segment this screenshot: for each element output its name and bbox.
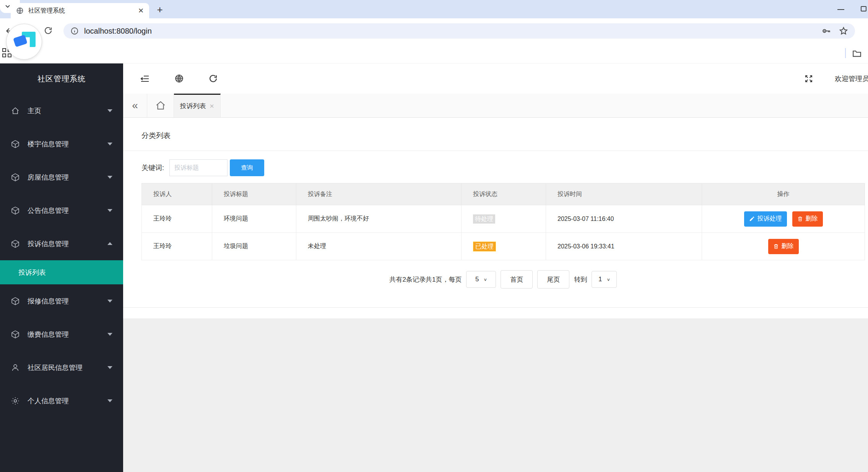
cell-complaint-title: 环境问题 [212, 205, 296, 233]
keyword-input[interactable] [169, 159, 228, 176]
cell-complaint-status: 待处理 [462, 205, 546, 233]
floating-assistant-ball[interactable] [6, 24, 42, 60]
table-body: 王玲玲环境问题周围太吵闹，环境不好待处理2025-03-07 11:16:40投… [142, 205, 865, 260]
cell-actions: 投诉处理删除 [702, 205, 865, 233]
close-tab-icon[interactable]: ✕ [210, 103, 215, 110]
sidebar-item-label: 个人信息管理 [28, 396, 69, 405]
address-bar[interactable]: localhost:8080/login [63, 23, 855, 39]
caret-down-icon [107, 399, 112, 402]
url-text[interactable]: localhost:8080/login [84, 27, 821, 36]
sidebar-item[interactable]: 社区居民信息管理 [0, 351, 123, 384]
scroll-tabs-left-icon[interactable]: « [123, 94, 147, 117]
delete-button[interactable]: 删除 [792, 211, 823, 227]
sidebar-item-label: 报修信息管理 [28, 297, 69, 306]
search-row: 关键词: 查询 [141, 159, 868, 176]
bookmarks-folder-icon[interactable] [852, 49, 862, 58]
sidebar-item[interactable]: 房屋信息管理 [0, 161, 123, 194]
window-maximize-button[interactable] [861, 6, 866, 11]
sidebar-item-label: 公告信息管理 [28, 206, 69, 215]
sidebar-item-label: 社区居民信息管理 [28, 363, 83, 372]
delete-button[interactable]: 删除 [768, 239, 799, 254]
chevron-down-icon: ∨ [606, 277, 610, 282]
sidebar-item[interactable]: 投诉信息管理 [0, 227, 123, 260]
caret-down-icon [107, 366, 112, 369]
complaint-table: 投诉人投诉标题投诉备注投诉状态投诉时间操作 王玲玲环境问题周围太吵闹，环境不好待… [141, 183, 865, 260]
panel-gap [123, 308, 868, 318]
column-header: 投诉时间 [546, 183, 702, 205]
cell-complaint-status: 已处理 [462, 233, 546, 260]
cube-icon [11, 139, 20, 149]
status-badge: 已处理 [473, 242, 496, 251]
column-header: 操作 [702, 183, 865, 205]
last-page-button[interactable]: 尾页 [537, 270, 569, 289]
new-tab-button[interactable]: + [154, 4, 165, 16]
fullscreen-icon[interactable] [804, 74, 813, 83]
sidebar-item-label: 投诉信息管理 [28, 239, 69, 248]
page-background [123, 318, 868, 472]
page-title: 分类列表 [123, 118, 868, 141]
app-body: 分类列表 关键词: 查询 投诉人投诉标题投诉备注投诉状态投诉时间操作 王玲玲环境 [123, 118, 868, 472]
password-key-icon[interactable] [821, 26, 831, 36]
favicon-globe-icon [16, 7, 24, 15]
home-tab-icon[interactable] [147, 94, 174, 117]
bookmark-star-icon[interactable] [839, 26, 848, 36]
window-minimize-button[interactable] [837, 9, 844, 10]
cube-icon [11, 330, 20, 339]
table-row: 王玲玲环境问题周围太吵闹，环境不好待处理2025-03-07 11:16:40投… [142, 205, 865, 233]
sidebar-item[interactable]: 报修信息管理 [0, 284, 123, 318]
browser-tab[interactable]: 社区管理系统 ✕ [11, 3, 149, 18]
cell-complaint-time: 2025-03-07 11:16:40 [546, 205, 702, 233]
goto-page-select[interactable]: 1 ∨ [592, 271, 617, 288]
sidebar-item[interactable]: 公告信息管理 [0, 194, 123, 227]
caret-down-icon [107, 175, 112, 179]
table-header-row: 投诉人投诉标题投诉备注投诉状态投诉时间操作 [142, 183, 865, 205]
sidebar-app-title: 社区管理系统 [0, 63, 123, 94]
goto-label: 转到 [574, 275, 587, 284]
browser-tab-title: 社区管理系统 [28, 7, 133, 15]
bookmarks-bar [0, 44, 868, 63]
first-page-button[interactable]: 首页 [501, 270, 533, 289]
reload-icon[interactable] [44, 26, 53, 35]
cell-complainant: 王玲玲 [142, 233, 212, 260]
column-header: 投诉状态 [462, 183, 546, 205]
refresh-icon[interactable] [208, 74, 218, 83]
bookmarks-separator [845, 48, 846, 58]
cube-icon [11, 206, 20, 215]
search-button[interactable]: 查询 [230, 159, 264, 176]
sidebar-item-label: 主页 [28, 106, 41, 115]
keyword-label: 关键词: [141, 163, 164, 172]
cube-icon [11, 173, 20, 182]
browser-toolbar: localhost:8080/login [0, 18, 868, 44]
page-size-select[interactable]: 5 ∨ [466, 271, 496, 288]
sidebar: 社区管理系统 主页楼宇信息管理房屋信息管理公告信息管理投诉信息管理投诉列表报修信… [0, 63, 123, 472]
sidebar-item-label: 房屋信息管理 [28, 173, 69, 182]
caret-down-icon [107, 299, 112, 303]
tab-complaint-list[interactable]: 投诉列表 ✕ [174, 94, 221, 117]
handle-complaint-button[interactable]: 投诉处理 [744, 211, 787, 227]
cube-icon [11, 239, 20, 248]
sidebar-subitem-complaint-list[interactable]: 投诉列表 [0, 260, 123, 284]
sidebar-item[interactable]: 主页 [0, 94, 123, 127]
tab-close-icon[interactable]: ✕ [138, 7, 144, 14]
caret-down-icon [107, 333, 112, 336]
cell-actions: 删除 [702, 233, 865, 260]
sidebar-menu: 主页楼宇信息管理房屋信息管理公告信息管理投诉信息管理投诉列表报修信息管理缴费信息… [0, 94, 123, 417]
language-globe-icon[interactable] [174, 74, 184, 83]
welcome-text: 欢迎管理员: [835, 74, 868, 83]
app-header: 欢迎管理员: [123, 63, 868, 94]
complaint-table-wrap: 投诉人投诉标题投诉备注投诉状态投诉时间操作 王玲玲环境问题周围太吵闹，环境不好待… [141, 183, 865, 260]
pagination-summary: 共有2条记录共1页，每页 [390, 275, 462, 284]
tab-search-chevron-icon[interactable] [5, 3, 11, 9]
sidebar-item[interactable]: 缴费信息管理 [0, 318, 123, 351]
sidebar-item[interactable]: 楼宇信息管理 [0, 127, 123, 161]
caret-up-icon [107, 242, 112, 245]
content-panel: 分类列表 关键词: 查询 投诉人投诉标题投诉备注投诉状态投诉时间操作 王玲玲环境 [123, 118, 868, 308]
collapse-sidebar-icon[interactable] [140, 74, 150, 84]
caret-down-icon [107, 109, 112, 112]
app-tab-bar: « 投诉列表 ✕ [123, 94, 868, 118]
info-icon[interactable] [70, 27, 79, 35]
cell-complaint-title: 垃圾问题 [212, 233, 296, 260]
column-header: 投诉备注 [296, 183, 462, 205]
status-badge: 待处理 [473, 214, 495, 224]
sidebar-item[interactable]: 个人信息管理 [0, 384, 123, 417]
